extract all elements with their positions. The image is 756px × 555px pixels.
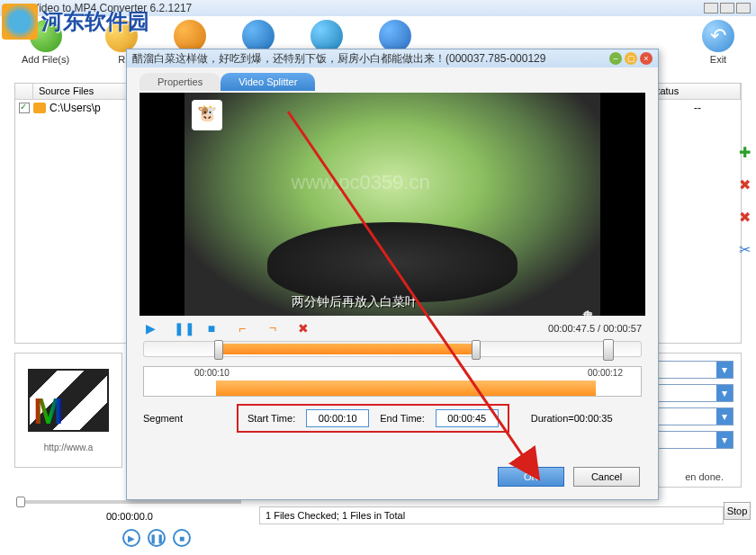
dialog-close-icon[interactable]: ×: [640, 52, 652, 65]
player-time: 00:00:00.0: [106, 511, 153, 522]
tab-video-splitter[interactable]: Video Splitter: [220, 73, 315, 91]
dialog-maximize-icon[interactable]: ▢: [625, 52, 637, 65]
add-files-button[interactable]: Add File(s): [22, 20, 69, 65]
add-item-button[interactable]: ✚: [736, 144, 752, 160]
end-time-label: End Time:: [380, 413, 425, 424]
side-actions: ✚ ✖ ✖ ✂: [736, 144, 752, 257]
exit-button[interactable]: Exit: [702, 20, 734, 65]
end-time-input[interactable]: [436, 409, 499, 427]
playhead-handle[interactable]: [603, 339, 614, 361]
stop-button[interactable]: Stop: [724, 502, 751, 520]
video-splitter-dialog: 醋溜白菜这样做，好吃到爆，还特别下饭，厨房小白都能做出来！(000037.785…: [126, 49, 659, 500]
globe-icon: [310, 20, 343, 52]
video-preview[interactable]: 🐮 小房美食 两分钟后再放入白菜叶 www.pc0359.cn: [140, 93, 645, 316]
time-inputs-highlight: Start Time: End Time:: [237, 404, 509, 433]
file-path: C:\Users\p: [50, 102, 101, 114]
done-text: en done.: [685, 471, 724, 482]
mark-out-button[interactable]: ¬: [266, 321, 280, 336]
dlg-pause-button[interactable]: ❚❚: [174, 321, 188, 336]
watermark-url: www.pc0359.cn: [292, 171, 430, 194]
trim-slider[interactable]: [143, 341, 642, 357]
dialog-minimize-icon[interactable]: –: [609, 52, 622, 65]
playback-controls: ▶ ❚❚ ■ ⌐ ¬ ✖ 00:00:47.5 / 00:00:57: [143, 321, 642, 336]
cancel-button[interactable]: Cancel: [573, 467, 640, 487]
col-status[interactable]: Status: [645, 84, 741, 99]
stop-button[interactable]: ■: [173, 529, 191, 547]
row-checkbox[interactable]: [19, 103, 30, 113]
main-titlebar: Allok Video to MP4 Converter 6.2.1217: [0, 0, 756, 16]
preview-panel: http://www.a: [14, 353, 122, 468]
remove-item-button[interactable]: ✖: [736, 176, 752, 192]
clapperboard-icon: [28, 369, 109, 432]
pause-button[interactable]: ❚❚: [148, 529, 166, 547]
dialog-title: 醋溜白菜这样做，好吃到爆，还特别下饭，厨房小白都能做出来！(000037.785…: [132, 51, 545, 67]
mark-in-button[interactable]: ⌐: [235, 321, 249, 336]
info-icon: [242, 20, 274, 52]
minimize-button[interactable]: [704, 3, 718, 13]
lock-icon: [174, 20, 206, 52]
segment-label: Segment: [143, 413, 183, 424]
maximize-button[interactable]: [720, 3, 734, 13]
video-image: [184, 93, 600, 316]
start-time-label: Start Time:: [248, 413, 295, 424]
file-status: --: [694, 102, 701, 114]
dialog-titlebar[interactable]: 醋溜白菜这样做，好吃到爆，还特别下饭，厨房小白都能做出来！(000037.785…: [127, 49, 658, 67]
timeline-right-label: 00:00:12: [588, 368, 623, 378]
start-time-input[interactable]: [306, 409, 369, 427]
cut-button[interactable]: ✂: [736, 241, 752, 257]
player-seek: [16, 500, 241, 504]
trim-end-handle[interactable]: [472, 340, 481, 360]
help-icon: [379, 20, 411, 52]
seek-thumb[interactable]: [16, 497, 25, 507]
video-logo-icon: 🐮: [192, 100, 222, 130]
seek-bar[interactable]: [16, 500, 241, 504]
tab-properties[interactable]: Properties: [140, 73, 220, 91]
status-line: 1 Files Checked; 1 Files in Total: [259, 506, 724, 524]
file-icon: [33, 103, 46, 113]
dlg-stop-button[interactable]: ■: [204, 321, 219, 336]
add-icon: [30, 20, 62, 52]
trim-start-handle[interactable]: [214, 340, 223, 360]
ok-button[interactable]: OK: [498, 467, 564, 487]
timeline-range: [216, 380, 596, 396]
exit-icon: [702, 20, 734, 52]
preview-url: http://www.a: [44, 443, 93, 452]
play-button[interactable]: ▶: [122, 529, 140, 547]
clear-marks-button[interactable]: ✖: [296, 321, 310, 336]
app-title: Allok Video to MP4 Converter 6.2.1217: [5, 2, 192, 14]
timeline-strip[interactable]: 00:00:10 00:00:12: [143, 366, 642, 397]
playback-time: 00:00:47.5 / 00:00:57: [548, 323, 642, 334]
dlg-play-button[interactable]: ▶: [143, 321, 158, 336]
video-caption: 两分钟后再放入白菜叶: [292, 294, 418, 310]
duration-label: Duration=00:00:35: [531, 413, 613, 424]
close-button[interactable]: [736, 3, 751, 13]
clear-button[interactable]: ✖: [736, 209, 752, 225]
timeline-left-label: 00:00:10: [194, 368, 230, 378]
gear-icon: [105, 20, 138, 52]
